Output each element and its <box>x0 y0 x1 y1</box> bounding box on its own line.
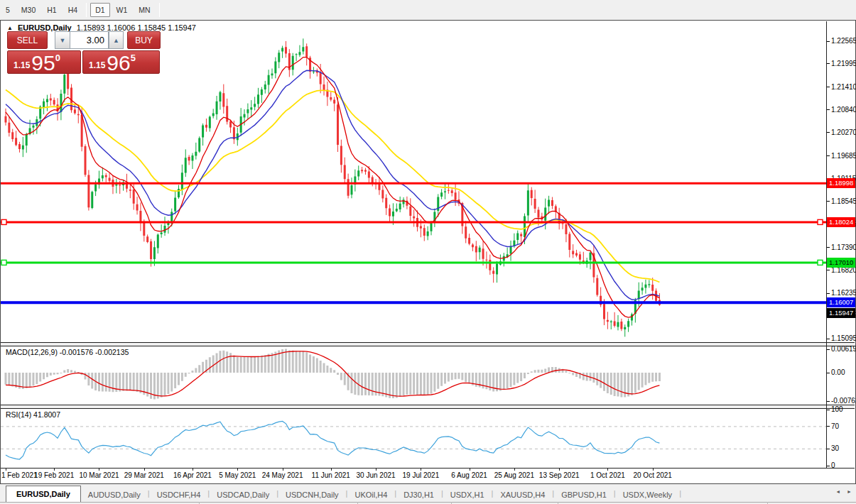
chart-tab-audusd-daily[interactable]: AUDUSD,Daily <box>81 488 148 502</box>
price-chart-canvas[interactable] <box>0 20 856 484</box>
price-axis-label: 1.20270 <box>831 128 856 137</box>
chart-tab-usdchf-h4[interactable]: USDCHF,H4 <box>150 488 208 502</box>
current-price-tag: 1.15947 <box>827 308 855 318</box>
time-axis-label: 1 Feb 2021 <box>1 471 38 479</box>
time-axis-tick <box>6 468 6 471</box>
time-axis-label: 25 Aug 2021 <box>494 471 534 479</box>
hline-price-tag: 1.18024 <box>827 217 855 227</box>
price-axis-tick <box>827 247 830 248</box>
rsi-axis-label: 100 <box>831 405 843 414</box>
buy-button[interactable]: BUY <box>127 31 161 49</box>
timeframe-button-5[interactable]: 5 <box>1 3 15 17</box>
hline-handle[interactable] <box>1 219 6 224</box>
chart-tab-xauusd-h4[interactable]: XAUUSD,H4 <box>493 488 552 502</box>
time-axis-tick <box>331 468 332 471</box>
timeframe-button-W1[interactable]: W1 <box>112 3 133 17</box>
price-axis-tick <box>827 293 830 294</box>
chevron-down-icon: ▼ <box>60 37 66 44</box>
ma-slow <box>6 90 659 283</box>
volume-increase-button[interactable]: ▲ <box>109 31 124 49</box>
timeframe-button-D1[interactable]: D1 <box>90 3 109 17</box>
tab-scroll-left-icon[interactable]: ◄ <box>835 489 840 494</box>
timeframe-toolbar: 5M30H1H4D1W1MN <box>0 0 856 19</box>
volume-decrease-button[interactable]: ▼ <box>55 31 70 49</box>
time-axis-tick <box>421 468 421 471</box>
time-axis-tick <box>99 468 99 471</box>
hline-handle[interactable] <box>818 219 823 224</box>
time-axis-label: 24 May 2021 <box>262 471 303 479</box>
price-axis-label: 1.16235 <box>831 289 856 297</box>
tab-scroll-nav: ◄ ► <box>835 489 852 494</box>
chart-tab-gbpusd-h1[interactable]: GBPUSD,H1 <box>554 488 614 502</box>
bid-price-tile[interactable]: 1.15 95 0 <box>7 50 81 74</box>
chart-tab-usdcnh-daily[interactable]: USDCNH,Daily <box>278 488 346 502</box>
price-axis-label: 1.21410 <box>831 83 856 92</box>
macd-panel-splitter[interactable] <box>1 342 855 346</box>
rsi-axis-tick <box>827 449 830 449</box>
rsi-line <box>6 421 659 459</box>
price-axis-tick <box>827 63 830 64</box>
price-axis-tick <box>827 132 830 133</box>
time-axis-label: 13 Sep 2021 <box>539 471 580 479</box>
chart-tab-usdcad-daily[interactable]: USDCAD,Daily <box>210 488 276 502</box>
time-axis-label: 30 Jun 2021 <box>357 471 396 479</box>
rsi-axis-tick <box>827 426 830 427</box>
macd-histogram <box>5 349 661 400</box>
timeframe-button-M30[interactable]: M30 <box>16 3 40 17</box>
rsi-axis-label: 0 <box>831 461 835 470</box>
macd-axis-tick <box>827 373 830 373</box>
chart-tab-ukoil-h4[interactable]: UKOil,H4 <box>347 488 394 502</box>
time-axis-label: 19 Jul 2021 <box>403 471 440 479</box>
time-axis-tick <box>470 468 470 471</box>
time-axis-label: 19 Feb 2021 <box>34 471 74 479</box>
rsi-panel-splitter[interactable] <box>1 405 855 409</box>
macd-signal-line <box>6 351 659 396</box>
price-axis-tick <box>827 270 830 270</box>
hline-handle[interactable] <box>1 260 6 265</box>
ask-price-tile[interactable]: 1.15 96 5 <box>82 50 160 74</box>
hline-price-tag: 1.18998 <box>827 178 855 188</box>
macd-label: MACD(12,26,9) -0.001576 -0.002135 <box>6 348 129 356</box>
time-axis-label: 10 Mar 2021 <box>79 471 119 479</box>
price-axis-label: 1.19685 <box>831 152 856 160</box>
collapse-ohlc-icon[interactable]: ▲ <box>7 25 13 31</box>
price-axis-tick <box>827 109 830 110</box>
timeframe-button-H4[interactable]: H4 <box>63 3 82 17</box>
chart-tab-eurusd-daily[interactable]: EURUSD,Daily <box>6 486 81 502</box>
price-axis-label: 1.17390 <box>831 243 856 252</box>
time-axis-tick <box>559 468 560 471</box>
macd-axis-label: 0.006193 <box>831 345 856 354</box>
time-axis-label: 16 Apr 2021 <box>173 471 212 479</box>
ma-mid <box>6 70 659 300</box>
bid-ask-tiles: 1.15 95 0 1.15 96 5 <box>7 50 160 74</box>
chart-tab-usdx-weekly[interactable]: USDX,Weekly <box>616 488 679 502</box>
rsi-axis-label: 70 <box>831 422 839 431</box>
price-axis-tick <box>827 87 830 87</box>
price-axis-label: 1.22565 <box>831 37 856 45</box>
time-axis-tick <box>144 468 145 471</box>
toolbar-separator <box>86 3 87 17</box>
tab-divider: | <box>679 489 681 498</box>
time-axis-label: 29 Mar 2021 <box>124 471 164 479</box>
hline-handle[interactable] <box>818 260 823 265</box>
timeframe-button-MN[interactable]: MN <box>134 3 155 17</box>
chart-tab-dj30-h1[interactable]: DJ30,H1 <box>396 488 441 502</box>
rsi-label: RSI(14) 41.8007 <box>6 410 60 419</box>
chevron-up-icon: ▲ <box>113 37 119 44</box>
chart-tab-usdx-h1[interactable]: USDX,H1 <box>443 488 492 502</box>
time-axis-label: 11 Jun 2021 <box>312 471 350 479</box>
macd-layer <box>5 349 661 400</box>
tab-scroll-right-icon[interactable]: ► <box>847 489 852 494</box>
rsi-axis-label: 30 <box>831 444 839 453</box>
sell-button[interactable]: SELL <box>7 31 48 49</box>
volume-input[interactable] <box>70 31 109 49</box>
time-axis-tick <box>607 468 608 471</box>
rsi-axis-tick <box>827 466 830 466</box>
timeframe-button-H1[interactable]: H1 <box>42 3 61 17</box>
hline-price-tag: 1.17010 <box>827 258 855 268</box>
macd-axis-tick <box>827 349 830 350</box>
time-axis-label: 20 Oct 2021 <box>633 471 671 479</box>
price-axis-tick <box>827 339 830 339</box>
time-axis-tick <box>193 468 193 471</box>
price-axis-tick <box>827 41 830 42</box>
